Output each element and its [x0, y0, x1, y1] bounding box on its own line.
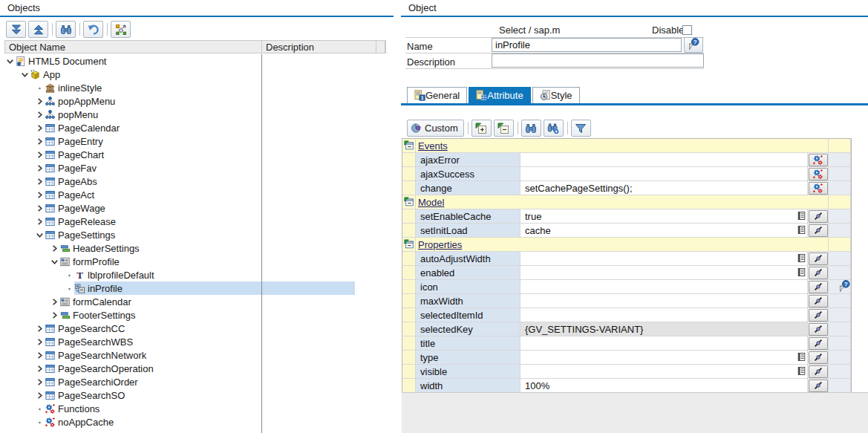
attribute-value-setEnableCache[interactable]: true: [521, 209, 808, 224]
value-list-icon[interactable]: [797, 253, 806, 265]
tree-item-content[interactable]: PageAbs: [45, 175, 100, 188]
binding-button[interactable]: [809, 365, 828, 378]
script-editor-button[interactable]: [809, 168, 828, 180]
chevron-collapsed-icon[interactable]: [49, 311, 59, 319]
find-button[interactable]: [56, 21, 76, 38]
tree-item-content[interactable]: PageSearchOperation: [45, 362, 157, 375]
binding-button[interactable]: [809, 210, 828, 223]
tree-item-lblprofileDefault[interactable]: TlblprofileDefault: [0, 268, 394, 281]
tree-item-inProfile[interactable]: inProfile: [0, 281, 394, 295]
value-list-icon[interactable]: [797, 352, 806, 364]
tree-item-PageCalendar[interactable]: PageCalendar: [0, 121, 394, 134]
column-header-description[interactable]: Description: [262, 41, 376, 53]
binding-button[interactable]: [809, 380, 828, 392]
tree-item-PageSearchNetwork[interactable]: PageSearchNetwork: [0, 348, 394, 362]
tree-item-content[interactable]: popMenu: [45, 108, 101, 121]
tree-item-content[interactable]: PageSettings: [45, 228, 118, 241]
tree-item-content[interactable]: PageCalendar: [45, 121, 123, 134]
tree-item-content[interactable]: PageSearchNetwork: [45, 348, 149, 362]
attribute-value-icon[interactable]: [521, 280, 808, 294]
tree-item-HTML5 Document[interactable]: HTML5 Document: [0, 54, 394, 68]
tree-item-content[interactable]: Functions: [45, 402, 102, 415]
tree-item-App[interactable]: App: [0, 68, 394, 81]
tree-item-content[interactable]: HTML5 Document: [15, 54, 109, 68]
tree-item-PageSearchCC[interactable]: PageSearchCC: [0, 322, 394, 335]
tree-item-PageSearchOperation[interactable]: PageSearchOperation: [0, 362, 394, 375]
binding-button[interactable]: [809, 337, 828, 350]
tree-item-PageRelease[interactable]: PageRelease: [0, 215, 394, 228]
name-help-button[interactable]: ?: [684, 37, 703, 53]
attribute-value-ajaxError[interactable]: [521, 153, 808, 167]
attribute-value-selectedItemId[interactable]: [521, 308, 808, 322]
script-editor-button[interactable]: [809, 154, 828, 166]
attribute-value-type[interactable]: [521, 351, 808, 365]
tree-item-noAppCache[interactable]: noAppCache: [0, 415, 394, 429]
column-header-object-name[interactable]: Object Name: [5, 41, 262, 53]
tree-item-content[interactable]: PageSearchWBS: [45, 335, 136, 348]
binding-button[interactable]: [809, 309, 828, 322]
tree-item-content[interactable]: formProfile: [59, 255, 123, 268]
tree-item-content[interactable]: App: [30, 68, 63, 81]
tree-item-content[interactable]: formCalendar: [59, 295, 134, 308]
tree-item-PageAct[interactable]: PageAct: [0, 188, 394, 201]
chevron-collapsed-icon[interactable]: [49, 244, 59, 253]
attribute-value-width[interactable]: 100%: [521, 379, 808, 393]
chevron-expanded-icon[interactable]: [19, 71, 30, 79]
find-button[interactable]: [521, 120, 541, 137]
name-input[interactable]: [492, 38, 682, 52]
chevron-collapsed-icon[interactable]: [34, 191, 45, 199]
binding-button[interactable]: [809, 224, 828, 237]
tree-item-content[interactable]: PageFav: [45, 161, 99, 175]
chevron-collapsed-icon[interactable]: [34, 137, 45, 146]
attribute-value-autoAdjustWidth[interactable]: [521, 252, 808, 266]
chevron-collapsed-icon[interactable]: [34, 178, 45, 186]
tree-item-PageSearchWBS[interactable]: PageSearchWBS: [0, 335, 394, 348]
attribute-value-setInitLoad[interactable]: cache: [521, 224, 808, 238]
attribute-value-selectedKey[interactable]: {GV_SETTINGS-VARIANT}: [521, 322, 808, 336]
binding-button[interactable]: [809, 295, 828, 307]
tree-item-popAppMenu[interactable]: popAppMenu: [0, 94, 394, 108]
binding-button[interactable]: [809, 281, 828, 293]
tree-item-content[interactable]: TlblprofileDefault: [74, 268, 157, 281]
undo-button[interactable]: [83, 21, 103, 38]
tree-item-content[interactable]: PageWage: [45, 201, 108, 215]
tree-item-Functions[interactable]: Functions: [0, 402, 394, 415]
chevron-collapsed-icon[interactable]: [34, 378, 45, 386]
tab-style[interactable]: Style: [532, 87, 580, 103]
custom-button[interactable]: Custom: [407, 120, 464, 137]
tab-general[interactable]: 1General: [407, 87, 467, 103]
tree-item-content[interactable]: HeaderSettings: [59, 241, 143, 255]
section-link-properties[interactable]: Properties: [418, 239, 462, 250]
value-list-icon[interactable]: [797, 366, 806, 378]
chevron-collapsed-icon[interactable]: [34, 338, 45, 346]
find-next-button[interactable]: [544, 120, 564, 137]
chevron-collapsed-icon[interactable]: [34, 151, 45, 159]
value-list-icon[interactable]: [797, 267, 806, 279]
tree-item-PageSearchiOrder[interactable]: PageSearchiOrder: [0, 375, 394, 388]
tree-item-FooterSettings[interactable]: FooterSettings: [0, 308, 394, 322]
tree-item-formProfile[interactable]: formProfile: [0, 255, 394, 268]
tree-item-content-selected[interactable]: inProfile: [74, 281, 355, 295]
section-link-events[interactable]: Events: [418, 140, 448, 152]
tree-item-content[interactable]: PageSearchSO: [45, 388, 128, 402]
chevron-collapsed-icon[interactable]: [34, 325, 45, 333]
tree-item-formCalendar[interactable]: formCalendar: [0, 295, 394, 308]
section-link-model[interactable]: Model: [418, 197, 444, 208]
attribute-value-enabled[interactable]: [521, 266, 808, 280]
attribute-value-maxWidth[interactable]: [521, 294, 808, 308]
tree-item-PageSearchSO[interactable]: PageSearchSO: [0, 388, 394, 402]
chevron-collapsed-icon[interactable]: [34, 97, 45, 105]
tree-item-popMenu[interactable]: popMenu: [0, 108, 394, 121]
disable-checkbox[interactable]: [682, 25, 692, 35]
tree-item-HeaderSettings[interactable]: HeaderSettings: [0, 241, 394, 255]
tree-item-content[interactable]: noAppCache: [45, 415, 117, 429]
tree-item-content[interactable]: PageEntry: [45, 134, 106, 148]
chevron-collapsed-icon[interactable]: [49, 298, 59, 306]
chevron-collapsed-icon[interactable]: [34, 204, 45, 212]
node-open-button[interactable]: [471, 120, 492, 137]
binding-button[interactable]: [809, 323, 828, 336]
binding-button[interactable]: [809, 253, 828, 265]
chevron-collapsed-icon[interactable]: [34, 164, 45, 172]
tree-item-content[interactable]: FooterSettings: [59, 308, 139, 322]
attribute-value-visible[interactable]: [521, 365, 808, 379]
